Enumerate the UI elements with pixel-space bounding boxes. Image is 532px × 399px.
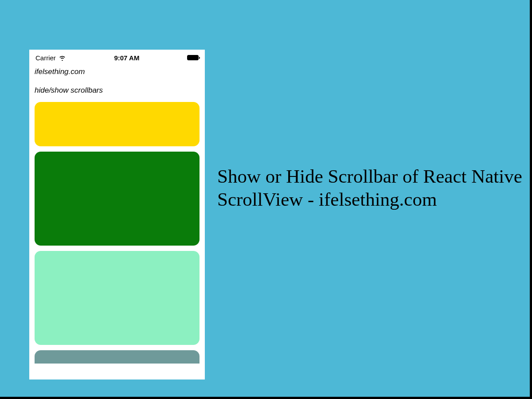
battery-icon [187,55,199,60]
screen-label: hide/show scrollbars [29,78,205,99]
scroll-view[interactable] [29,99,205,364]
phone-mockup: Carrier 9:07 AM ifelsething.com hide/sho… [29,50,205,379]
status-bar-right [187,55,199,60]
status-bar: Carrier 9:07 AM [29,52,205,64]
scroll-item-teal [35,350,200,364]
carrier-label: Carrier [35,54,56,62]
scroll-item-mint [35,251,200,345]
site-label: ifelsething.com [35,67,200,76]
wifi-icon [59,55,66,61]
scroll-item-yellow [35,102,200,146]
canvas-background: Carrier 9:07 AM ifelsething.com hide/sho… [0,0,530,397]
status-bar-time: 9:07 AM [114,54,139,62]
headline-text: Show or Hide Scrollbar of React Native S… [217,165,523,211]
scroll-item-green [35,152,200,246]
status-bar-left: Carrier [35,54,66,62]
app-header: ifelsething.com [29,64,205,78]
